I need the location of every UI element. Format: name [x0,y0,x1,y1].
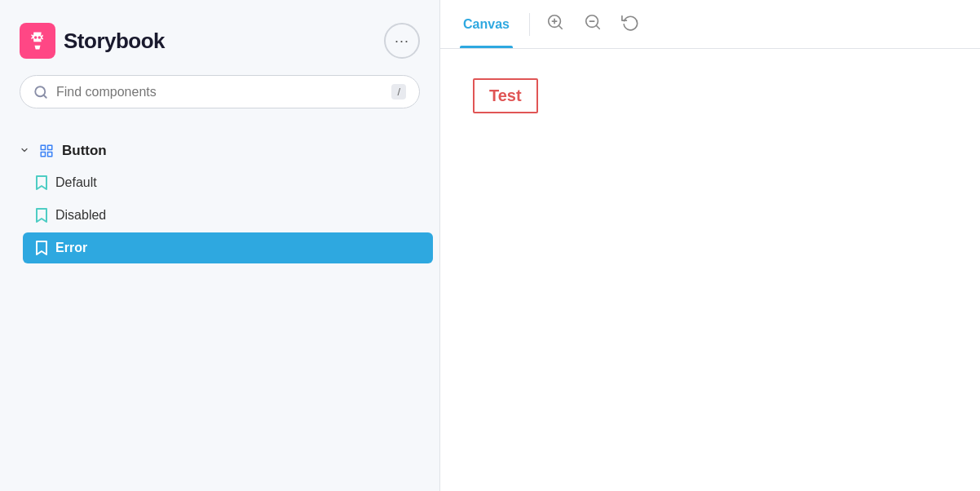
chevron-down-icon [20,145,31,157]
search-icon [33,85,48,100]
component-group-button: Button Default [7,135,433,263]
bookmark-icon-default [36,175,47,190]
toolbar-icons [546,13,639,35]
story-item-error[interactable]: Error [23,232,433,263]
component-grid-icon [39,144,54,158]
ellipsis-icon: ··· [395,33,409,50]
test-button[interactable]: Test [473,78,538,113]
zoom-in-icon [546,13,564,35]
app-title: Storybook [64,29,165,54]
story-name-error: Error [55,241,87,255]
zoom-out-button[interactable] [584,13,602,35]
svg-line-10 [558,25,562,29]
nav-tree: Button Default [0,128,439,491]
toolbar: Canvas [440,0,980,49]
svg-point-2 [38,36,42,39]
story-name-default: Default [55,175,97,190]
svg-line-14 [596,25,599,29]
zoom-in-button[interactable] [546,13,564,35]
bookmark-icon-error [36,241,47,255]
toolbar-divider [529,13,530,36]
story-item-default[interactable]: Default [23,167,433,198]
menu-button[interactable]: ··· [384,23,420,59]
svg-rect-5 [41,145,45,149]
sidebar-header: Storybook ··· [0,0,439,75]
search-shortcut: / [391,84,406,100]
svg-rect-8 [48,153,52,157]
svg-line-4 [43,95,46,97]
reset-zoom-button[interactable] [621,13,639,35]
story-name-disabled: Disabled [55,208,106,223]
reset-zoom-icon [621,13,639,35]
main-content: Canvas [440,0,980,491]
story-item-disabled[interactable]: Disabled [23,200,433,231]
component-header-button[interactable]: Button [7,135,433,167]
svg-point-1 [34,36,38,39]
logo-area: Storybook [20,23,165,59]
search-input[interactable] [56,85,383,100]
storybook-logo-icon [20,23,55,59]
search-wrapper[interactable]: / [20,75,420,108]
svg-rect-7 [41,153,45,157]
search-area: / [0,75,439,128]
tab-canvas[interactable]: Canvas [460,0,513,48]
zoom-out-icon [584,13,602,35]
component-name-button: Button [62,143,107,159]
bookmark-icon-disabled [36,208,47,223]
svg-rect-6 [48,145,52,149]
tab-canvas-underline [460,46,513,48]
stories-list-button: Default Disabled [7,167,433,263]
tab-canvas-label[interactable]: Canvas [460,17,513,32]
sidebar: Storybook ··· / [0,0,440,491]
canvas-area: Test [440,49,980,491]
